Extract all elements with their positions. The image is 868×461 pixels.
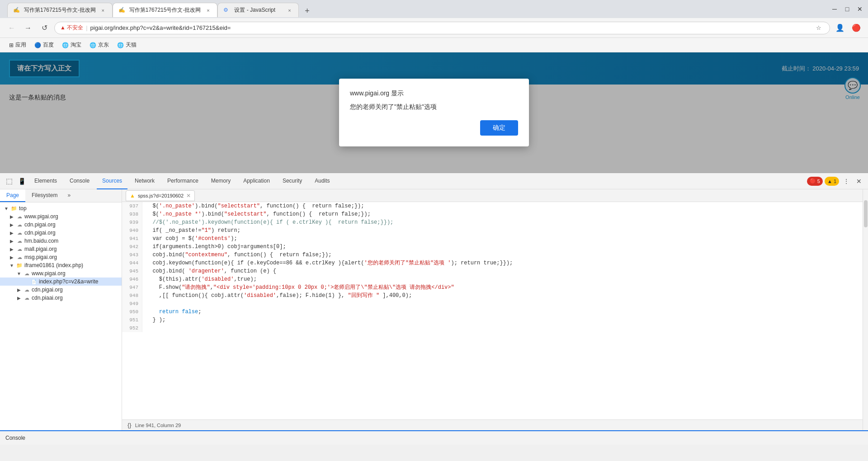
code-line-948: ,[[ function(){ cobj.attr('disabled',fal…	[146, 292, 859, 300]
tmall-icon: 🌐	[117, 42, 124, 48]
code-file-tab[interactable]: ▲ spss.js?d=20190602 ✕	[126, 190, 195, 201]
tab-3-close[interactable]: ×	[286, 7, 293, 14]
tree-toggle-index	[24, 279, 29, 284]
tree-toggle-www: ▶	[9, 214, 14, 219]
star-icon[interactable]: ☆	[813, 23, 824, 33]
tab-sources[interactable]: Sources	[97, 173, 127, 189]
format-icon: {}	[127, 422, 132, 428]
tree-item-iframe[interactable]: ▼ 📁 iframe01861 (index.php)	[0, 261, 122, 269]
tree-label-iframe-cdn2: cdn.piaai.org	[32, 295, 63, 301]
profile-button[interactable]: 👤	[834, 22, 846, 34]
tab-2-title: 写作第1767215号作文-批改网	[129, 6, 201, 14]
tab-elements[interactable]: Elements	[29, 173, 62, 189]
console-label: Console	[5, 435, 25, 441]
modal-ok-button[interactable]: 确定	[480, 120, 518, 136]
tab-audits[interactable]: Audits	[309, 173, 335, 189]
taobao-icon: 🌐	[62, 42, 69, 48]
tab-bar: ✍ 写作第1767215号作文-批改网 × ✍ 写作第1767215号作文-批改…	[4, 1, 828, 17]
code-line-949	[146, 300, 859, 308]
tab-1-close[interactable]: ×	[99, 7, 107, 14]
bookmark-taobao-label: 淘宝	[71, 41, 81, 49]
tree-item-msg[interactable]: ▶ ☁ msg.pigai.org	[0, 253, 122, 261]
refresh-button[interactable]: ↺	[38, 22, 51, 34]
tab-network[interactable]: Network	[129, 173, 160, 189]
tree-label-cdn1: cdn.pigai.org	[24, 221, 56, 228]
sources-more-btn[interactable]: »	[64, 189, 74, 202]
folder-icon-top: 📁	[11, 205, 17, 212]
tab-3[interactable]: ⚙ 设置 - JavaScript ×	[217, 3, 299, 17]
minimize-button[interactable]: ─	[830, 5, 839, 14]
new-tab-button[interactable]: +	[301, 5, 313, 17]
tab-1-favicon: ✍	[13, 7, 20, 14]
cloud-icon-iframe-cdn2: ☁	[24, 295, 30, 301]
tree-label-msg: msg.pigai.org	[24, 254, 57, 260]
bookmark-apps-label: 应用	[15, 41, 26, 49]
bookmark-apps[interactable]: ⊞ 应用	[5, 40, 30, 50]
tree-item-iframe-www[interactable]: ▼ ☁ www.pigai.org	[0, 269, 122, 278]
modal-overlay: www.pigai.org 显示 您的老师关闭了"禁止粘贴"选项 确定	[0, 52, 868, 173]
cloud-icon-iframe-www: ☁	[24, 270, 30, 277]
code-line-944: cobj.keydown(function(e){ if (e.keyCode=…	[146, 259, 859, 267]
error-icon: 🔴	[810, 178, 816, 184]
browser-main: 请在下方写入正文 截止时间： 2020-04-29 23:59 这是一条粘贴的消…	[0, 52, 868, 173]
code-lines: 937 938 939 940 941 942 943 944 945 946 …	[122, 202, 863, 332]
devtools-close-btn[interactable]: ✕	[854, 176, 864, 187]
tab-1[interactable]: ✍ 写作第1767215号作文-批改网 ×	[7, 3, 113, 17]
tree-item-hm[interactable]: ▶ ☁ hm.baidu.com	[0, 237, 122, 245]
tab-console[interactable]: Console	[64, 173, 95, 189]
sources-tab-filesystem[interactable]: Filesystem	[25, 189, 64, 202]
url-text: pigai.org/index.php?c=v2&a=write&rid=176…	[90, 24, 811, 31]
address-icons: ☆	[813, 23, 824, 33]
maximize-button[interactable]: □	[843, 5, 852, 14]
code-text-area: $('.no_paste').bind("selectstart", funct…	[142, 202, 863, 332]
tree-toggle-top: ▼	[4, 206, 9, 211]
bookmark-tmall[interactable]: 🌐 天猫	[113, 40, 140, 50]
tree-item-iframe-cdn2[interactable]: ▶ ☁ cdn.piaai.org	[0, 294, 122, 302]
tree-item-www-pigai[interactable]: ▶ ☁ www.pigai.org	[0, 212, 122, 221]
tab-2-close[interactable]: ×	[204, 7, 212, 14]
sources-tab-page[interactable]: Page	[0, 189, 25, 202]
tree-item-top[interactable]: ▼ 📁 top	[0, 204, 122, 212]
tree-item-cdn2[interactable]: ▶ ☁ cdn.pigai.org	[0, 229, 122, 237]
scrollbar-thumb[interactable]	[864, 200, 868, 227]
folder-icon-iframe: 📁	[16, 262, 23, 268]
forward-button[interactable]: →	[22, 22, 34, 34]
back-button[interactable]: ←	[5, 22, 18, 34]
tab-2[interactable]: ✍ 写作第1767215号作文-批改网 ×	[113, 3, 218, 17]
bookmark-baidu-label: 百度	[43, 41, 54, 49]
tree-item-cdn1[interactable]: ▶ ☁ cdn.pigai.org	[0, 221, 122, 229]
extension-button[interactable]: 🔴	[850, 22, 863, 34]
bookmark-jd[interactable]: 🌐 京东	[86, 40, 113, 50]
toolbar: ← → ↺ ▲ 不安全 | pigai.org/index.php?c=v2&a…	[0, 18, 868, 38]
address-bar[interactable]: ▲ 不安全 | pigai.org/index.php?c=v2&a=write…	[54, 22, 830, 34]
tab-performance[interactable]: Performance	[162, 173, 204, 189]
jd-icon: 🌐	[90, 42, 96, 48]
tab-memory[interactable]: Memory	[206, 173, 236, 189]
file-warning-icon: ▲	[130, 193, 135, 199]
tab-application[interactable]: Application	[238, 173, 275, 189]
cloud-icon-www: ☁	[16, 213, 23, 220]
tree-label-cdn2: cdn.pigai.org	[24, 230, 56, 236]
website-content: 请在下方写入正文 截止时间： 2020-04-29 23:59 这是一条粘贴的消…	[0, 52, 868, 173]
cursor-position: Line 941, Column 29	[135, 423, 181, 428]
apps-icon: ⊞	[9, 42, 14, 48]
tab-security[interactable]: Security	[277, 173, 307, 189]
sources-sidebar: Page Filesystem » ▼ 📁 top ▶ ☁ www.pigai.…	[0, 189, 122, 430]
modal-footer: 确定	[350, 120, 518, 136]
modal-body: 您的老师关闭了"禁止粘贴"选项	[350, 103, 518, 111]
close-button[interactable]: ✕	[855, 5, 864, 14]
code-line-945: cobj.bind( 'dragenter', function (e) {	[146, 267, 859, 275]
bookmark-taobao[interactable]: 🌐 淘宝	[58, 40, 85, 50]
code-content[interactable]: 937 938 939 940 941 942 943 944 945 946 …	[122, 202, 863, 419]
devtools-settings-btn[interactable]: ⋮	[841, 176, 852, 187]
warning-count: 1	[834, 179, 836, 184]
tree-item-mall[interactable]: ▶ ☁ mall.pigai.org	[0, 245, 122, 253]
cloud-icon-msg: ☁	[16, 254, 23, 260]
bookmark-baidu[interactable]: 🔵 百度	[31, 40, 57, 50]
devtools-device-btn[interactable]: 📱	[16, 176, 27, 187]
status-bar: {} Line 941, Column 29	[122, 419, 863, 430]
tree-item-index-php[interactable]: 📄 index.php?c=v2&a=write	[0, 278, 122, 286]
code-tab-close[interactable]: ✕	[186, 193, 191, 199]
tree-item-iframe-cdn1[interactable]: ▶ ☁ cdn.pigai.org	[0, 286, 122, 294]
devtools-inspect-btn[interactable]: ⬚	[4, 176, 14, 187]
